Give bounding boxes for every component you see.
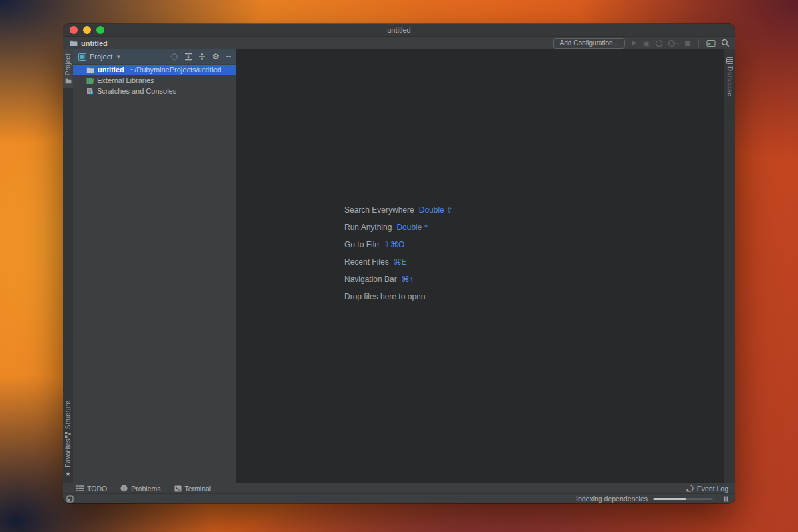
rubymine-window: untitled untitled Add Configuration... [63,24,735,503]
favorites-tab-label: Favorites [65,438,72,467]
run-controls [630,39,691,47]
coverage-icon[interactable] [655,39,663,47]
tool-tab-todo[interactable]: TODO [76,485,107,493]
toolbar-separator [698,39,699,47]
terminal-icon [174,485,182,492]
tool-tab-problems[interactable]: Problems [120,485,160,493]
breadcrumb[interactable]: untitled [70,39,108,47]
shortcut-label: Navigation Bar [344,275,397,284]
tool-tab-database[interactable]: Database [724,53,735,100]
shortcut-label: Go to File [344,240,379,249]
shortcut-row: Run Anything Double ^ [344,219,453,236]
shortcut-label: Drop files here to open [344,292,425,301]
hide-tool-windows-icon[interactable] [706,39,716,47]
breadcrumb-label: untitled [81,39,108,47]
shortcut-label: Run Anything [344,223,392,232]
tree-item-name: Scratches and Consoles [97,87,176,95]
shortcut-keys: ⇧⌘O [384,240,404,249]
editor-empty-shortcuts: Search Everywhere Double ⇧ Run Anything … [344,201,453,305]
shortcut-row: Navigation Bar ⌘↑ [344,271,453,288]
toolbar-right: Add Configuration... [553,38,730,49]
project-tool-window: Project ▼ ⚙ [73,49,236,483]
locate-file-icon[interactable] [170,53,178,61]
tool-tab-favorites[interactable]: Favorites ★ [63,434,73,481]
folder-icon [86,66,94,74]
panel-header-icons: ⚙ [170,53,232,61]
shortcut-row: Recent Files ⌘E [344,253,453,271]
hide-panel-icon[interactable] [225,53,232,60]
problems-label: Problems [131,485,160,493]
tree-row-project-root[interactable]: untitled ~/RubymineProjects/untitled [73,65,236,75]
problems-icon [120,485,128,492]
profiler-icon[interactable] [668,39,680,47]
project-tree: untitled ~/RubymineProjects/untitled Ext… [73,64,236,96]
tool-tab-terminal[interactable]: Terminal [174,485,211,493]
todo-label: TODO [87,485,107,493]
tree-row-external-libraries[interactable]: External Libraries [73,75,236,86]
debug-icon[interactable] [642,39,650,47]
folder-icon [70,39,78,47]
project-view-icon [78,53,86,61]
tool-window-toggle-icon[interactable] [66,495,74,503]
window-title: untitled [63,26,735,34]
stop-icon[interactable] [684,40,691,47]
add-configuration-button[interactable]: Add Configuration... [553,38,625,49]
indexing-progress-fill [653,498,686,500]
project-panel-header[interactable]: Project ▼ ⚙ [73,49,236,64]
run-icon[interactable] [630,39,638,47]
shortcut-row: Search Everywhere Double ⇧ [344,201,453,219]
shortcut-keys: Double ⇧ [419,205,453,215]
title-bar[interactable]: untitled [63,24,735,37]
gear-icon[interactable]: ⚙ [212,53,219,61]
indexing-progress-bar [653,498,713,500]
shortcut-keys: ⌘↑ [402,275,414,284]
event-log-label: Event Log [697,485,728,493]
shortcut-row: Drop files here to open [344,288,453,305]
library-icon [86,77,94,84]
tree-item-name: External Libraries [97,76,154,84]
terminal-label: Terminal [185,485,211,493]
panel-title: Project [90,53,112,61]
tree-item-name: untitled [98,66,124,74]
indexing-status: Indexing dependencies [576,495,728,503]
left-tool-stripe: Project Structure Favorites ★ [63,49,73,483]
star-icon: ★ [65,470,71,477]
tree-row-scratches[interactable]: Scratches and Consoles [73,86,236,96]
project-tab-label: Project [65,53,72,75]
shortcut-row: Go to File ⇧⌘O [344,236,453,253]
database-icon [726,57,733,64]
shortcut-keys: ⌘E [394,257,407,267]
expand-all-icon[interactable] [184,53,192,61]
project-folder-icon [65,78,72,84]
tool-tab-event-log[interactable]: Event Log [686,485,728,493]
shortcut-label: Recent Files [344,257,389,267]
chevron-down-icon[interactable]: ▼ [116,54,121,60]
pause-indexing-icon[interactable] [724,496,728,502]
structure-tab-label: Structure [65,400,72,429]
collapse-all-icon[interactable] [198,53,206,61]
search-everywhere-icon[interactable] [721,39,730,47]
shortcut-keys: Double ^ [396,223,428,232]
bottom-tool-bar: TODO Problems Terminal Event Log [63,483,735,493]
status-bar: Indexing dependencies [63,493,735,503]
right-tool-stripe: Database [724,49,735,483]
editor-area[interactable]: Search Everywhere Double ⇧ Run Anything … [236,49,724,483]
scratches-icon [86,88,94,95]
shortcut-label: Search Everywhere [344,205,414,215]
tool-tab-project[interactable]: Project [63,49,73,88]
indexing-label: Indexing dependencies [576,495,648,503]
todo-list-icon [76,485,84,491]
main-toolbar: untitled Add Configuration... [63,37,735,49]
event-log-icon [686,485,694,492]
main-area: Project Structure Favorites ★ [63,49,735,483]
database-tab-label: Database [726,66,733,96]
tree-item-path: ~/RubymineProjects/untitled [130,66,221,74]
